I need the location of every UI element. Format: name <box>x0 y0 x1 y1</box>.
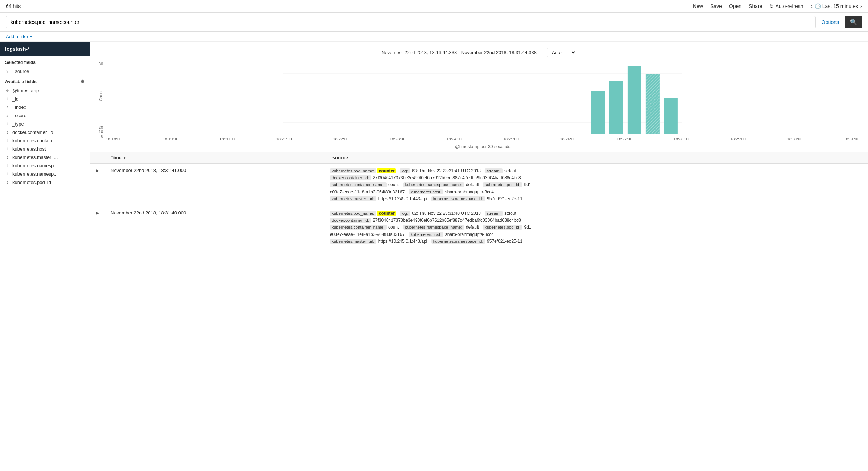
search-submit-button[interactable]: 🔍 <box>845 16 862 28</box>
field-type-badge-index: t <box>5 105 9 109</box>
x-tick: 18:22:00 <box>333 137 348 141</box>
sidebar-index-pattern[interactable]: logstash-* <box>0 42 90 56</box>
time-display: 🕐 Last 15 minutes <box>815 3 858 9</box>
source-col-header: _source <box>324 152 868 164</box>
options-button[interactable]: Options <box>819 19 842 25</box>
field-type-badge-score: # <box>5 114 9 118</box>
save-button[interactable]: Save <box>710 3 722 9</box>
sidebar-field-k8s-ns1[interactable]: t kubernetes.namesp... <box>0 161 90 170</box>
field-key: docker.container_id: <box>330 218 371 223</box>
field-value: default <box>465 225 479 230</box>
refresh-icon: ↻ <box>769 3 774 9</box>
sidebar-field-k8s-ns2[interactable]: t kubernetes.namesp... <box>0 170 90 178</box>
field-key: stream: <box>485 211 502 216</box>
x-axis-label: @timestamp per 30 seconds <box>106 144 859 149</box>
bar-2 <box>609 81 623 134</box>
add-filter-button[interactable]: Add a filter + <box>6 34 32 39</box>
bar-1 <box>591 91 605 134</box>
field-name-k8s-ns1: kubernetes.namesp... <box>12 163 58 168</box>
field-value: https://10.245.0.1:443/api <box>377 239 427 244</box>
field-type-badge-k8s-host: t <box>5 147 9 151</box>
content-area: November 22nd 2018, 18:16:44.338 - Novem… <box>90 42 868 469</box>
x-tick: 18:25:00 <box>503 137 519 141</box>
field-key: kubernetes.pod_name: <box>330 168 376 173</box>
table-row: ▶ November 22nd 2018, 18:31:40.000 kuber… <box>90 206 868 249</box>
expand-col-header <box>90 152 105 164</box>
source-cell-1: kubernetes.pod_name: counter log: 63: Th… <box>324 164 868 206</box>
field-key: kubernetes.master_url: <box>330 239 376 244</box>
filterbar: Add a filter + <box>0 32 868 42</box>
sidebar-field-id[interactable]: t _id <box>0 95 90 103</box>
share-button[interactable]: Share <box>749 3 762 9</box>
expand-cell-2: ▶ <box>90 206 105 249</box>
bar-3 <box>628 66 641 134</box>
field-key: kubernetes.namespace_name: <box>403 225 464 230</box>
source-cell-2: kubernetes.pod_name: counter log: 62: Th… <box>324 206 868 249</box>
sidebar-field-k8s-pod-id[interactable]: t kubernetes.pod_id <box>0 178 90 187</box>
field-value: 9d1 <box>523 182 531 187</box>
field-key: kubernetes.master_url: <box>330 196 376 201</box>
sidebar-field-type[interactable]: t _type <box>0 120 90 128</box>
field-name-k8s-ns2: kubernetes.namesp... <box>12 171 58 177</box>
expand-button-1[interactable]: ▶ <box>96 168 99 173</box>
sidebar-field-index[interactable]: t _index <box>0 103 90 111</box>
field-key: log: <box>400 168 410 173</box>
field-type-badge-type: t <box>5 122 9 126</box>
field-value: count <box>387 182 399 187</box>
new-button[interactable]: New <box>693 3 703 9</box>
y-tick-10: 10 <box>99 130 103 134</box>
auto-refresh-button[interactable]: ↻ Auto-refresh <box>769 3 803 9</box>
sidebar-field-timestamp[interactable]: ⊙ @timestamp <box>0 86 90 95</box>
field-type-badge-docker: t <box>5 130 9 134</box>
field-name-score: _score <box>12 113 26 118</box>
field-name-k8s-container: kubernetes.contain... <box>12 138 56 143</box>
search-input[interactable] <box>6 16 816 28</box>
chart-header: November 22nd 2018, 18:16:44.338 - Novem… <box>99 48 859 57</box>
y-tick-20: 20 <box>99 125 103 130</box>
y-label: Count <box>99 90 103 101</box>
x-axis-ticks: 18:18:00 18:19:00 18:20:00 18:21:00 18:2… <box>106 135 859 143</box>
expand-button-2[interactable]: ▶ <box>96 210 99 216</box>
chart-svg <box>106 62 859 134</box>
sidebar-field-k8s-master[interactable]: t kubernetes.master_... <box>0 153 90 161</box>
field-key: kubernetes.host: <box>409 232 443 237</box>
time-prev-button[interactable]: ‹ <box>811 3 813 9</box>
sort-arrow: ▼ <box>123 156 127 160</box>
field-key: docker.container_id: <box>330 175 371 180</box>
field-value: 957ef621-ed25-11 <box>486 239 522 244</box>
field-key: kubernetes.namespace_id: <box>431 239 485 244</box>
x-tick: 18:29:00 <box>730 137 746 141</box>
time-col-header[interactable]: Time ▼ <box>105 152 324 164</box>
x-tick: 18:23:00 <box>390 137 405 141</box>
sidebar-field-score[interactable]: # _score <box>0 111 90 120</box>
x-tick: 18:24:00 <box>446 137 462 141</box>
field-name-id: _id <box>12 96 18 102</box>
field-name-k8s-master: kubernetes.master_... <box>12 155 58 160</box>
open-button[interactable]: Open <box>729 3 741 9</box>
field-name-k8s-pod-id: kubernetes.pod_id <box>12 180 51 185</box>
field-key: stream: <box>485 168 502 173</box>
gear-icon[interactable]: ⚙ <box>80 79 84 84</box>
x-tick: 18:18:00 <box>106 137 121 141</box>
field-value-highlight: counter <box>377 211 396 216</box>
interval-select[interactable]: Auto <box>547 48 576 57</box>
field-name-docker-container-id: docker.container_id <box>12 130 53 135</box>
field-value: default <box>465 182 479 187</box>
field-value: 63: Thu Nov 22 23:31:41 UTC 2018 <box>411 168 481 173</box>
field-value: sharp-brahmagupta-3cc4 <box>444 189 493 194</box>
field-name-type: _type <box>12 121 24 127</box>
x-tick: 18:28:00 <box>674 137 689 141</box>
field-value: e03e7-eeae-11e8-a1b3-964f83a33167 <box>330 232 405 237</box>
field-key: log: <box>400 211 410 216</box>
x-tick: 18:21:00 <box>276 137 292 141</box>
time-next-button[interactable]: › <box>860 3 862 9</box>
sidebar-field-docker-container-id[interactable]: t docker.container_id <box>0 128 90 136</box>
sidebar-field-k8s-container[interactable]: t kubernetes.contain... <box>0 136 90 145</box>
field-value-highlight: counter <box>377 168 396 173</box>
bar-4-stripe <box>646 74 660 134</box>
field-key: kubernetes.container_name: <box>330 182 387 187</box>
sidebar-field-k8s-host[interactable]: t kubernetes.host <box>0 145 90 153</box>
field-value: stdout <box>503 168 516 173</box>
field-name-k8s-host: kubernetes.host <box>12 146 46 152</box>
sidebar-selected-field-source[interactable]: ? _source <box>0 67 90 75</box>
